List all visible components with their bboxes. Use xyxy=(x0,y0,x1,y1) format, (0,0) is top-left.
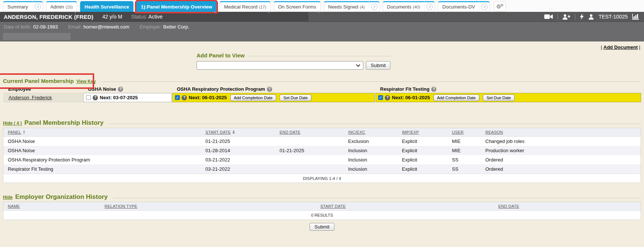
popout-icon: ↗ xyxy=(426,4,433,10)
column-header-osha-respiratory: OSHA Respiratory Protection Program ? xyxy=(172,85,375,93)
dropdown-fold-icon xyxy=(75,11,77,13)
membership-history-table: PANEL⇧ START DATE⇩ END DATE INC/EXC IMP/… xyxy=(3,128,641,183)
employee-link[interactable]: Anderson, Frederick xyxy=(9,95,52,100)
patient-header: ANDERSON, FREDERICK (FRED) 42 y/o M Stat… xyxy=(0,12,644,22)
current-panel-header: Current Panel Membership View Key xyxy=(3,78,641,84)
fieldset-line xyxy=(109,124,641,124)
tab-health-surveillance[interactable]: Health Surveillance xyxy=(80,1,133,12)
column-header-employee: Employee xyxy=(4,85,83,93)
dropdown-fold-icon xyxy=(214,11,216,13)
patient-email: Email: horner@mieweb.com xyxy=(68,24,129,30)
tab-count: (17) xyxy=(259,5,267,9)
add-person-icon[interactable] xyxy=(562,14,571,20)
column-header-relation-type: RELATION TYPE xyxy=(100,204,316,208)
tab-count: (15) xyxy=(65,5,73,9)
divider xyxy=(575,14,575,20)
set-due-date-button[interactable]: Set Due Date xyxy=(280,94,311,101)
tab-needs-signed[interactable]: Needs Signed (4) xyxy=(324,1,369,12)
patient-header-footer xyxy=(0,32,644,41)
table-row: OSHA Noise 01-28-2014 01-21-2025 Inclusi… xyxy=(3,146,641,155)
add-panel-legend: Add Panel to View xyxy=(196,52,245,59)
fieldset-line xyxy=(248,56,391,56)
popout-button[interactable]: ↗ xyxy=(479,1,490,12)
column-header-inc-exc: INC/EXC xyxy=(344,130,397,134)
membership-checkbox[interactable]: ✓ xyxy=(378,95,383,100)
tab-summary[interactable]: Summary xyxy=(3,1,33,12)
current-panel-row: Anderson, Frederick ✓ ? Next: 03-07-2025… xyxy=(4,93,641,102)
video-camera-icon[interactable] xyxy=(544,14,553,19)
add-document-link[interactable]: Add Document xyxy=(604,44,638,50)
column-header-start-date: START DATE⇩ xyxy=(201,130,275,135)
view-key-link[interactable]: View Key xyxy=(76,79,96,84)
patient-details-bar: Date of birth: 02-08-1983 Email: horner@… xyxy=(0,22,644,32)
tab-documents-dv[interactable]: Documents-DV xyxy=(438,1,479,12)
hide-employer-link[interactable]: Hide xyxy=(3,195,13,200)
hide-history-link[interactable]: Hide ( 4 ) xyxy=(3,121,22,126)
tab-documents[interactable]: Documents (40) xyxy=(383,1,425,12)
membership-checkbox[interactable]: ✓ xyxy=(86,95,91,100)
current-panel-title: Current Panel Membership xyxy=(3,78,74,84)
header-actions: TEST-10025 xyxy=(544,14,644,20)
paging-status: DISPLAYING 1-4 / 4 xyxy=(3,174,641,183)
column-header-name: NAME xyxy=(3,204,100,208)
add-document-bar: | Add Document | xyxy=(3,44,641,50)
help-icon[interactable]: ? xyxy=(267,87,272,92)
table-row: OSHA Respiratory Protection Program 03-2… xyxy=(3,155,641,164)
column-header-user: USER xyxy=(448,130,481,134)
set-due-date-button[interactable]: Set Due Date xyxy=(483,94,515,101)
table-row: OSHA Noise 01-21-2025 Exclusion Explicit… xyxy=(3,137,641,146)
membership-history-title: Panel Membership History xyxy=(24,119,104,127)
tab-medical-record[interactable]: Medical Record (17) xyxy=(219,1,271,12)
sort-descending-icon[interactable]: ⇩ xyxy=(232,130,235,135)
person-icon[interactable] xyxy=(588,14,594,20)
patient-employer: Employer: Better Corp. xyxy=(140,24,189,30)
sort-ascending-icon[interactable]: ⇧ xyxy=(22,130,26,135)
reports-chart-icon[interactable] xyxy=(632,14,639,20)
help-icon[interactable]: ? xyxy=(385,95,390,100)
tab-label: Medical Record xyxy=(224,4,257,10)
tab-panel-membership-overview[interactable]: 1):Panel Membership Overview xyxy=(136,1,217,12)
results-count: 0 RESULTS xyxy=(3,211,641,220)
help-icon[interactable]: ? xyxy=(93,95,98,100)
tab-label: Documents-DV xyxy=(442,4,475,10)
membership-history-header: Hide ( 4 ) Panel Membership History xyxy=(3,119,641,127)
column-header-end-date: END DATE xyxy=(275,130,344,134)
osha-respiratory-cell: ✓ ? Next: 06-01-2025 Add Completion Date… xyxy=(172,93,375,102)
dropdown-fold-icon xyxy=(318,11,320,13)
chevron-down-icon xyxy=(356,63,360,67)
next-due-date: Next: 03-07-2025 xyxy=(100,95,138,100)
popout-icon: ↗ xyxy=(371,4,377,10)
add-panel-submit-button[interactable]: Submit xyxy=(366,61,390,70)
popout-button[interactable]: ↗ xyxy=(425,1,435,12)
tab-label: Health Surveillance xyxy=(85,4,129,10)
tab-bar: Summary ↗ Admin (15) Health Surveillance… xyxy=(0,0,644,12)
add-completion-date-button[interactable]: Add Completion Date xyxy=(230,94,277,101)
popout-button[interactable]: ↗ xyxy=(369,1,380,12)
tab-group-summary: Summary ↗ xyxy=(3,1,43,12)
column-header-respirator-fit: Respirator Fit Testing ? xyxy=(376,85,641,93)
collapsed-panel-placeholder xyxy=(3,33,70,40)
help-icon[interactable]: ? xyxy=(182,95,187,100)
column-header-reason: REASON xyxy=(481,130,641,134)
membership-checkbox[interactable]: ✓ xyxy=(175,95,180,100)
tab-on-screen-forms[interactable]: On Screen Forms xyxy=(274,1,321,12)
main-content: | Add Document | Add Panel to View Submi… xyxy=(0,44,644,231)
settings-gear-button[interactable]: ⚙⚙ xyxy=(493,1,506,12)
patient-name: ANDERSON, FREDERICK (FRED) xyxy=(4,14,93,20)
history-column-headers: PANEL⇧ START DATE⇩ END DATE INC/EXC IMP/… xyxy=(3,128,641,137)
lightning-bolt-icon[interactable] xyxy=(580,14,584,20)
help-icon[interactable]: ? xyxy=(118,87,123,92)
add-completion-date-button[interactable]: Add Completion Date xyxy=(433,94,480,101)
page: Summary ↗ Admin (15) Health Surveillance… xyxy=(0,0,644,247)
tab-admin[interactable]: Admin (15) xyxy=(46,1,77,12)
popout-button[interactable]: ↗ xyxy=(33,1,43,12)
tab-label: 1):Panel Membership Overview xyxy=(141,4,212,10)
user-id-badge[interactable]: TEST-10025 xyxy=(598,14,628,20)
next-due-date: Next: 06-01-2025 xyxy=(189,95,227,100)
panel-select[interactable] xyxy=(196,61,363,70)
bottom-submit-button[interactable]: Submit xyxy=(310,223,334,231)
help-icon[interactable]: ? xyxy=(431,87,436,92)
dropdown-fold-icon xyxy=(268,11,270,13)
popout-icon: ↗ xyxy=(481,4,488,10)
employer-history-title: Employer Organization History xyxy=(15,193,108,201)
